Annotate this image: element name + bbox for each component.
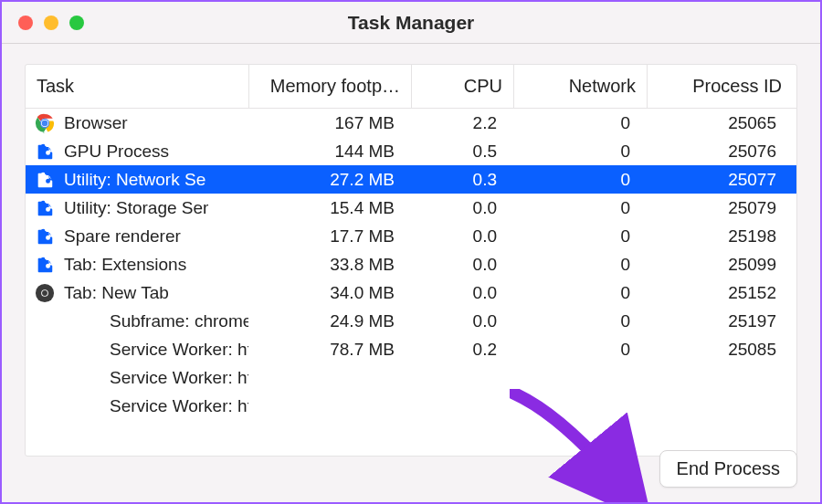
table-row[interactable]: Subframe: chrome-24.9 MB0.0025197: [26, 307, 796, 335]
cell-network: 0: [513, 311, 647, 331]
cell-pid: 25152: [647, 283, 793, 303]
col-cpu[interactable]: CPU: [411, 65, 513, 108]
cell-network: 0: [513, 340, 647, 360]
table-row[interactable]: Service Worker: htt: [26, 392, 796, 420]
col-task[interactable]: Task: [26, 65, 248, 108]
cell-memory: 34.0 MB: [248, 283, 411, 303]
cell-memory: 144 MB: [248, 142, 411, 162]
table-body: Browser167 MB2.2025065GPU Process144 MB0…: [26, 109, 796, 420]
col-network[interactable]: Network: [513, 65, 647, 108]
content-area: Task Memory footp… CPU Network Process I…: [2, 44, 820, 502]
end-process-button[interactable]: End Process: [659, 450, 797, 488]
table-header-row: Task Memory footp… CPU Network Process I…: [26, 65, 796, 109]
cell-cpu: 0.2: [411, 340, 513, 360]
table-row[interactable]: Service Worker: htt: [26, 363, 796, 392]
chrome-icon: [35, 113, 55, 133]
cell-task: Service Worker: htt: [26, 340, 248, 360]
cell-task: Utility: Storage Ser: [26, 198, 248, 218]
zoom-window-button[interactable]: [69, 16, 84, 30]
table-row[interactable]: Utility: Storage Ser15.4 MB0.0025079: [26, 194, 796, 222]
col-memory[interactable]: Memory footp…: [248, 65, 411, 108]
cell-pid: 25077: [647, 170, 793, 190]
task-name: Service Worker: htt: [110, 340, 248, 360]
task-name: Service Worker: htt: [110, 368, 248, 388]
svg-point-6: [42, 290, 47, 296]
cell-pid: 25076: [647, 142, 793, 162]
cell-task: Service Worker: htt: [26, 368, 248, 388]
table-row[interactable]: Tab: Extensions33.8 MB0.0025099: [26, 250, 796, 278]
cell-memory: 27.2 MB: [248, 170, 411, 190]
col-process-id[interactable]: Process ID: [647, 65, 793, 108]
cell-cpu: 0.0: [411, 255, 513, 275]
task-name: Tab: New Tab: [64, 283, 248, 303]
cell-task: Browser: [26, 113, 248, 133]
cell-task: Tab: New Tab: [26, 283, 248, 303]
cell-memory: 167 MB: [248, 113, 411, 133]
window-title: Task Manager: [2, 12, 820, 34]
task-name: Utility: Storage Ser: [64, 198, 248, 218]
cell-memory: 78.7 MB: [248, 340, 411, 360]
task-name: Spare renderer: [64, 226, 248, 247]
task-name: Tab: Extensions: [64, 255, 248, 275]
cell-memory: 24.9 MB: [248, 311, 411, 331]
window-controls: [2, 16, 84, 30]
cell-pid: 25079: [647, 198, 793, 218]
table-row[interactable]: GPU Process144 MB0.5025076: [26, 137, 796, 165]
cell-pid: 25099: [647, 255, 793, 275]
table-row[interactable]: Tab: New Tab34.0 MB0.0025152: [26, 278, 796, 307]
cell-memory: 33.8 MB: [248, 255, 411, 275]
cell-cpu: 2.2: [411, 113, 513, 133]
extension-icon: [35, 226, 55, 247]
cell-task: GPU Process: [26, 142, 248, 162]
task-name: Browser: [64, 113, 248, 133]
task-name: GPU Process: [64, 142, 248, 162]
table-row[interactable]: Service Worker: htt78.7 MB0.2025085: [26, 335, 796, 363]
task-name: Service Worker: htt: [110, 396, 248, 416]
cell-network: 0: [513, 255, 647, 275]
cell-task: Subframe: chrome-: [26, 311, 248, 331]
task-name: Utility: Network Se: [64, 170, 248, 190]
cell-cpu: 0.0: [411, 198, 513, 218]
cell-task: Tab: Extensions: [26, 255, 248, 275]
svg-point-3: [42, 120, 48, 126]
cell-cpu: 0.3: [411, 170, 513, 190]
extension-icon: [35, 170, 55, 190]
close-window-button[interactable]: [18, 16, 33, 30]
extension-icon: [35, 198, 55, 218]
cell-network: 0: [513, 170, 647, 190]
cell-network: 0: [513, 113, 647, 133]
cell-pid: 25197: [647, 311, 793, 331]
table-row[interactable]: Spare renderer17.7 MB0.0025198: [26, 222, 796, 250]
cell-cpu: 0.0: [411, 311, 513, 331]
task-name: Subframe: chrome-: [110, 311, 248, 331]
table-row[interactable]: Browser167 MB2.2025065: [26, 109, 796, 137]
minimize-window-button[interactable]: [44, 16, 58, 30]
extension-icon: [35, 142, 55, 162]
cell-network: 0: [513, 198, 647, 218]
process-table: Task Memory footp… CPU Network Process I…: [25, 64, 797, 457]
cell-pid: 25065: [647, 113, 793, 133]
task-manager-window: Task Manager Task Memory footp… CPU Netw…: [2, 2, 820, 502]
cell-pid: 25085: [647, 340, 793, 360]
cell-pid: 25198: [647, 226, 793, 247]
cell-network: 0: [513, 142, 647, 162]
titlebar: Task Manager: [2, 2, 820, 44]
cell-network: 0: [513, 283, 647, 303]
cell-network: 0: [513, 226, 647, 247]
cell-cpu: 0.0: [411, 283, 513, 303]
cell-memory: 15.4 MB: [248, 198, 411, 218]
chrome-gray-icon: [35, 283, 55, 303]
extension-icon: [35, 255, 55, 275]
table-row[interactable]: Utility: Network Se27.2 MB0.3025077: [26, 165, 796, 194]
cell-task: Utility: Network Se: [26, 170, 248, 190]
cell-task: Spare renderer: [26, 226, 248, 247]
cell-cpu: 0.0: [411, 226, 513, 247]
cell-memory: 17.7 MB: [248, 226, 411, 247]
cell-task: Service Worker: htt: [26, 396, 248, 416]
cell-cpu: 0.5: [411, 142, 513, 162]
